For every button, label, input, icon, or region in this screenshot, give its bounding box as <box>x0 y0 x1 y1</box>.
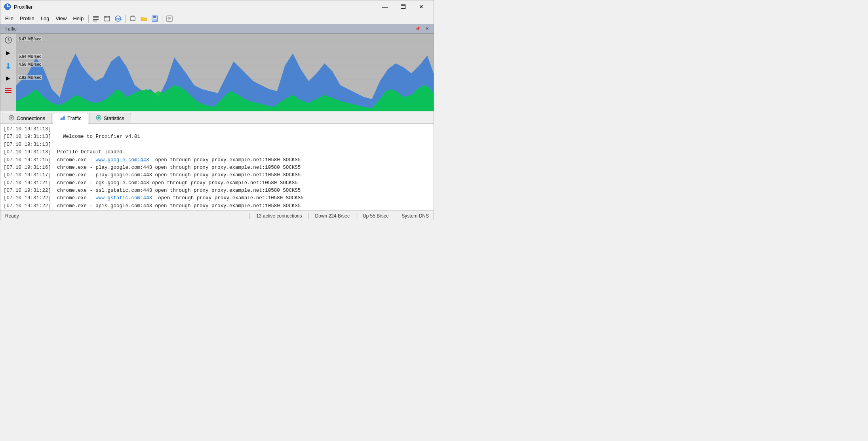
log-line-3: [07.10 19:31:13] Profile Default loaded. <box>4 149 430 156</box>
tab-traffic-label: Traffic <box>67 115 81 121</box>
log-line-10: [07.10 19:31:22] chrome.exe - apis.googl… <box>4 202 430 210</box>
log-link-gstatic[interactable]: www.gstatic.com:443 <box>96 195 152 201</box>
log-link-google-1[interactable]: www.google.com:443 <box>96 157 149 163</box>
svg-point-7 <box>105 17 106 17</box>
svg-point-36 <box>97 116 100 119</box>
com-icon[interactable]: COM <box>112 14 124 23</box>
log-line-8: [07.10 19:31:22] chrome.exe - ssl.gstati… <box>4 187 430 195</box>
svg-rect-2 <box>93 17 99 18</box>
minimize-button[interactable]: — <box>376 0 394 13</box>
toolbar-separator-1 <box>88 15 89 23</box>
log-line-1: [07.10 19:31:13] Welcome to Proxifier v4… <box>4 133 430 141</box>
traffic-title: Traffic <box>4 26 413 32</box>
traffic-panel: Traffic 📌 ✕ ▶ <box>0 24 434 111</box>
save-icon[interactable] <box>149 14 160 23</box>
traffic-body: ▶ ▶ 8.47 MB/sec <box>0 34 434 111</box>
expand-icon-1[interactable]: ▶ <box>4 48 13 57</box>
download-icon[interactable] <box>4 61 13 70</box>
tabs-bar: Connections Traffic Statistics <box>0 111 434 124</box>
status-bar: Ready 13 active connections Down 224 B/s… <box>0 210 434 220</box>
close-button[interactable]: ✕ <box>412 0 430 13</box>
menu-file[interactable]: File <box>2 15 17 22</box>
menu-profile[interactable]: Profile <box>17 15 38 22</box>
profile-icon[interactable] <box>164 14 175 23</box>
folder-icon[interactable] <box>138 14 149 23</box>
svg-rect-13 <box>153 16 156 18</box>
svg-point-8 <box>107 17 107 17</box>
svg-rect-14 <box>153 19 157 21</box>
status-down: Down 224 B/sec <box>315 213 350 219</box>
menu-view[interactable]: View <box>53 15 70 22</box>
expand-icon-2[interactable]: ▶ <box>4 73 13 83</box>
status-ready: Ready <box>5 213 243 219</box>
chart-area: 8.47 MB/sec 5.64 MB/sec 4.56 MB/sec 2.82… <box>16 34 434 111</box>
svg-line-21 <box>8 40 10 41</box>
status-dns: System DNS <box>402 213 429 219</box>
log-area[interactable]: [07.10 19:31:13] [07.10 19:31:13] Welcom… <box>0 124 434 210</box>
log-line-0: [07.10 19:31:13] <box>4 126 430 133</box>
svg-text:COM: COM <box>116 18 122 21</box>
open-icon[interactable] <box>127 14 138 23</box>
log-line-6: [07.10 19:31:17] chrome.exe - play.googl… <box>4 172 430 179</box>
traffic-chart <box>16 34 434 111</box>
svg-rect-4 <box>93 21 97 21</box>
status-up: Up 55 B/sec <box>363 213 388 219</box>
statistics-tab-icon <box>96 115 101 122</box>
traffic-close-button[interactable]: ✕ <box>424 26 430 31</box>
log-line-7: [07.10 19:31:21] chrome.exe - ogs.google… <box>4 179 430 187</box>
svg-rect-22 <box>8 63 9 67</box>
svg-rect-3 <box>93 19 99 20</box>
status-sep-3 <box>356 213 356 219</box>
svg-marker-34 <box>60 115 65 120</box>
clock-icon[interactable] <box>4 35 13 45</box>
svg-rect-11 <box>130 17 135 21</box>
svg-rect-1 <box>93 16 99 17</box>
pin-button[interactable]: 📌 <box>413 26 422 31</box>
label-456mb: 4.56 MB/sec <box>18 62 42 67</box>
status-sep-4 <box>395 213 395 219</box>
stop-icon[interactable] <box>4 86 13 95</box>
app-title: Proxifier <box>14 4 33 10</box>
main-content: Traffic 📌 ✕ ▶ <box>0 24 434 220</box>
label-282mb: 2.82 MB/sec <box>18 75 42 80</box>
status-sep-2 <box>308 213 309 219</box>
menu-help[interactable]: Help <box>70 15 87 22</box>
log-line-5: [07.10 19:31:16] chrome.exe - play.googl… <box>4 164 430 172</box>
label-8mb: 8.47 MB/sec <box>18 37 42 41</box>
traffic-header: Traffic 📌 ✕ <box>0 24 434 34</box>
proxy-icon[interactable] <box>101 14 112 23</box>
log-line-2: [07.10 19:31:13] <box>4 141 430 149</box>
tab-connections-label: Connections <box>17 115 45 121</box>
tab-connections[interactable]: Connections <box>2 113 52 123</box>
log-line-4: [07.10 19:31:15] chrome.exe - www.google… <box>4 157 430 164</box>
connections-tab-icon <box>9 115 14 122</box>
log-line-9: [07.10 19:31:22] chrome.exe - www.gstati… <box>4 195 430 202</box>
status-sep-1 <box>249 213 250 219</box>
toolbar-separator-3 <box>162 15 162 23</box>
tab-statistics[interactable]: Statistics <box>89 113 131 123</box>
title-bar: Proxifier — 🗖 ✕ <box>0 0 434 13</box>
traffic-tab-icon <box>59 115 65 122</box>
menu-log[interactable]: Log <box>38 15 53 22</box>
tab-traffic[interactable]: Traffic <box>53 113 88 124</box>
label-564mb: 5.64 MB/sec <box>18 54 42 59</box>
tab-statistics-label: Statistics <box>104 115 124 121</box>
traffic-sidebar: ▶ ▶ <box>0 34 16 111</box>
maximize-button[interactable]: 🗖 <box>394 0 412 13</box>
toolbar-separator-2 <box>125 15 126 23</box>
status-connections: 13 active connections <box>256 213 302 219</box>
app-icon <box>4 3 11 11</box>
menu-bar: File Profile Log View Help COM <box>0 13 434 24</box>
rules-icon[interactable] <box>90 14 101 23</box>
